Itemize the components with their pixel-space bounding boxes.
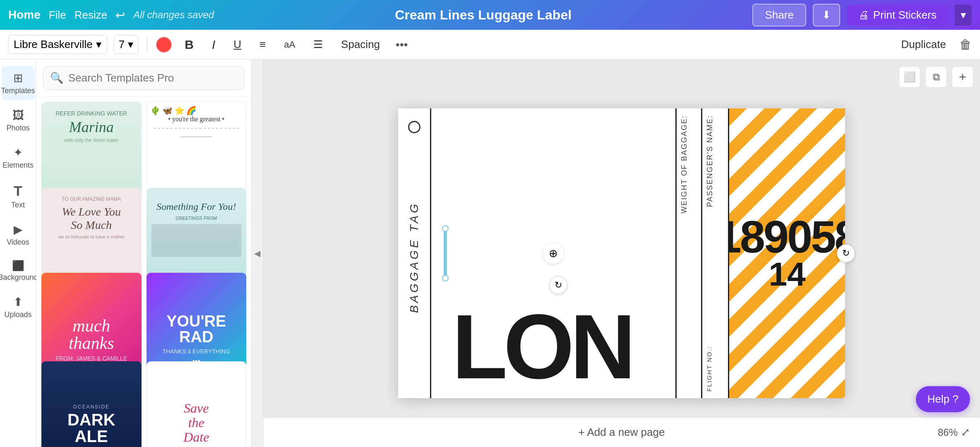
passenger-label: PASSENGER'S NAME: <box>706 115 725 207</box>
print-button[interactable]: 🖨 Print Stickers <box>847 5 948 26</box>
add-element-button[interactable]: + <box>952 66 973 88</box>
undo-button[interactable]: ↩ <box>115 8 125 22</box>
formatting-toolbar: Libre Baskerville ▾ 7 ▾ B I U ≡ aA ☰ Spa… <box>0 30 980 60</box>
toolbar-right: Duplicate 🗑 <box>895 35 972 54</box>
chevron-down-icon: ▾ <box>96 38 101 51</box>
rotate-handle[interactable]: ↻ <box>549 276 567 294</box>
canvas-area: ⬜ ⧉ + BAGGAGE TAG LO <box>263 60 980 447</box>
number-section: 189058 14 <box>729 108 845 398</box>
baggage-tag-section: BAGGAGE TAG <box>398 108 431 398</box>
template-card[interactable]: SavetheDate ♥ ♥ <box>147 361 247 447</box>
sidebar-item-videos[interactable]: ▶ Videos <box>2 218 35 252</box>
add-page-button[interactable]: + Add a new page <box>565 421 678 444</box>
destination-text[interactable]: LON <box>452 308 632 386</box>
home-button[interactable]: Home <box>8 8 41 22</box>
sidebar-item-text[interactable]: T Text <box>2 178 35 214</box>
canvas-controls: ⬜ ⧉ + <box>899 66 973 88</box>
sidebar-item-photos[interactable]: 🖼 Photos <box>2 103 35 137</box>
download-button[interactable]: ⬇ <box>813 4 840 26</box>
font-size-selector[interactable]: 7 ▾ <box>113 35 139 54</box>
align-button[interactable]: ≡ <box>254 35 271 54</box>
frame-view-button[interactable]: ⬜ <box>899 66 920 88</box>
top-bar-right: Share ⬇ 🖨 Print Stickers ▾ <box>752 4 972 26</box>
underline-button[interactable]: U <box>228 35 247 54</box>
file-menu[interactable]: File <box>49 9 66 22</box>
sidebar-item-background[interactable]: ⬛ Background <box>2 255 35 287</box>
template-grid: REFER DRINKING WATER Marina with only th… <box>36 97 251 447</box>
top-bar: Home File Resize ↩ All changes saved Cre… <box>0 0 980 30</box>
share-button[interactable]: Share <box>752 4 806 26</box>
collapse-panel-button[interactable]: ◀ <box>252 60 263 447</box>
weight-column: WEIGHT OF BAGGAGE: <box>675 108 702 398</box>
videos-icon: ▶ <box>14 223 23 236</box>
print-dropdown-button[interactable]: ▾ <box>955 5 972 26</box>
bottom-bar: + Add a new page 86% ⤢ <box>263 417 980 447</box>
search-box[interactable]: 🔍 <box>43 66 245 90</box>
destination-section[interactable]: LON ⊕ ↻ <box>431 108 675 398</box>
top-bar-left: Home File Resize ↩ All changes saved <box>8 8 214 22</box>
search-input[interactable] <box>68 72 238 84</box>
sidebar-item-templates[interactable]: ⊞ Templates <box>2 66 35 100</box>
uploads-icon: ⬆ <box>13 295 23 309</box>
design-canvas: BAGGAGE TAG LON ⊕ ↻ WEIGHT <box>398 108 845 398</box>
font-family-selector[interactable]: Libre Baskerville ▾ <box>8 35 107 54</box>
chevron-down-icon: ▾ <box>128 38 133 51</box>
transform-button[interactable]: aA <box>278 36 301 53</box>
italic-button[interactable]: I <box>206 34 221 55</box>
resize-top[interactable] <box>442 225 449 232</box>
hole-element <box>408 121 420 133</box>
expand-button[interactable]: ⤢ <box>961 426 970 439</box>
main-content: ⊞ Templates 🖼 Photos ✦ Elements T Text ▶… <box>0 60 980 447</box>
left-sidebar: ⊞ Templates 🖼 Photos ✦ Elements T Text ▶… <box>0 60 36 447</box>
search-area: 🔍 <box>36 60 251 97</box>
more-options-button[interactable]: ••• <box>392 35 411 55</box>
background-icon: ⬛ <box>12 260 24 272</box>
zoom-level: 86% <box>938 427 958 438</box>
weight-label: WEIGHT OF BAGGAGE: <box>680 115 698 214</box>
canvas-rotate-button[interactable]: ↻ <box>837 244 855 262</box>
elements-icon: ✦ <box>13 146 23 159</box>
delete-button[interactable]: 🗑 <box>959 38 972 52</box>
text-color-button[interactable] <box>156 36 172 53</box>
number-display: 189058 14 <box>729 108 845 398</box>
spacing-button[interactable]: Spacing <box>335 35 386 54</box>
template-card[interactable]: oceanside DARKALE DRINK FRESH • 5% ALCOH… <box>41 361 142 447</box>
zoom-controls: 86% ⤢ <box>938 426 970 439</box>
print-icon: 🖨 <box>858 9 869 22</box>
baggage-tag-text: BAGGAGE TAG <box>408 202 421 313</box>
resize-handle[interactable] <box>444 228 447 278</box>
resize-bottom[interactable] <box>442 275 449 281</box>
text-icon: T <box>14 183 22 199</box>
info-column-2: PASSENGER'S NAME: FLIGHT NO.: <box>702 108 729 398</box>
search-icon: 🔍 <box>50 72 63 84</box>
copy-button[interactable]: ⧉ <box>925 66 947 88</box>
photos-icon: 🖼 <box>12 108 24 122</box>
flight-label: FLIGHT NO.: <box>706 346 725 392</box>
saved-status: All changes saved <box>133 9 214 21</box>
list-button[interactable]: ☰ <box>307 35 329 54</box>
templates-icon: ⊞ <box>13 71 23 85</box>
divider <box>147 36 147 53</box>
duplicate-button[interactable]: Duplicate <box>895 35 953 54</box>
document-title: Cream Lines Luggage Label <box>226 7 740 23</box>
move-handle[interactable]: ⊕ <box>543 243 564 264</box>
resize-menu[interactable]: Resize <box>74 9 107 22</box>
sidebar-item-elements[interactable]: ✦ Elements <box>2 141 35 175</box>
sidebar-item-uploads[interactable]: ⬆ Uploads <box>2 290 35 324</box>
help-button[interactable]: Help ? <box>916 386 970 412</box>
templates-panel: 🔍 REFER DRINKING WATER Marina with only … <box>36 60 252 447</box>
bold-button[interactable]: B <box>179 34 199 55</box>
